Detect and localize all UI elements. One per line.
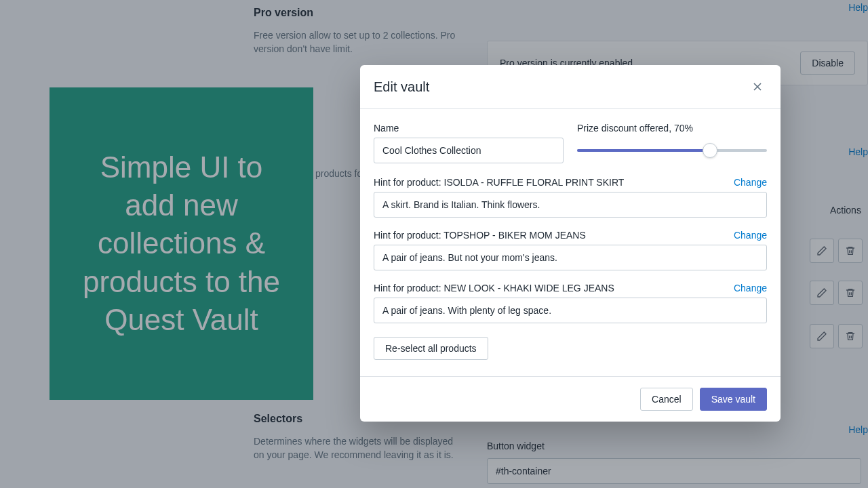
hint-input-3[interactable] bbox=[374, 298, 767, 323]
modal-body: Name Prize discount offered, 70% Hint fo… bbox=[360, 109, 781, 377]
name-input[interactable] bbox=[374, 138, 564, 163]
slider-track bbox=[577, 149, 767, 152]
reselect-products-button[interactable]: Re-select all products bbox=[374, 337, 488, 360]
change-link-2[interactable]: Change bbox=[734, 230, 767, 241]
name-label: Name bbox=[374, 123, 564, 134]
slider-fill bbox=[577, 149, 710, 152]
hint-block-2: Hint for product: TOPSHOP - BIKER MOM JE… bbox=[374, 230, 767, 270]
save-vault-button[interactable]: Save vault bbox=[700, 388, 767, 411]
close-button[interactable] bbox=[748, 77, 767, 96]
hint-block-3: Hint for product: NEW LOOK - KHAKI WIDE … bbox=[374, 283, 767, 323]
edit-vault-modal: Edit vault Name Prize discount offered, … bbox=[360, 65, 781, 422]
discount-field: Prize discount offered, 70% bbox=[577, 123, 767, 163]
hint-label-3: Hint for product: NEW LOOK - KHAKI WIDE … bbox=[374, 283, 614, 293]
name-field: Name bbox=[374, 123, 564, 163]
modal-header: Edit vault bbox=[360, 65, 781, 109]
discount-label: Prize discount offered, 70% bbox=[577, 123, 767, 134]
modal-title: Edit vault bbox=[374, 79, 429, 95]
hint-label-1: Hint for product: ISOLDA - RUFFLE FLORAL… bbox=[374, 177, 624, 188]
modal-footer: Cancel Save vault bbox=[360, 377, 781, 422]
change-link-1[interactable]: Change bbox=[734, 177, 767, 188]
cancel-button[interactable]: Cancel bbox=[640, 388, 693, 411]
change-link-3[interactable]: Change bbox=[734, 283, 767, 293]
hint-input-2[interactable] bbox=[374, 245, 767, 270]
hint-block-1: Hint for product: ISOLDA - RUFFLE FLORAL… bbox=[374, 177, 767, 218]
hint-label-2: Hint for product: TOPSHOP - BIKER MOM JE… bbox=[374, 230, 586, 241]
slider-thumb[interactable] bbox=[703, 143, 717, 158]
hint-input-1[interactable] bbox=[374, 192, 767, 218]
close-icon bbox=[751, 80, 764, 94]
discount-slider[interactable] bbox=[577, 138, 767, 163]
